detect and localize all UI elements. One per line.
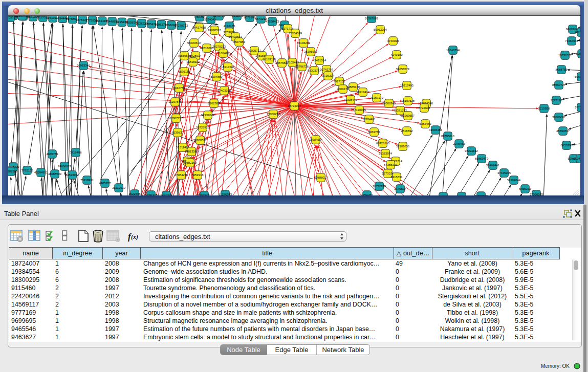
svg-text:47816686: 47816686	[200, 47, 214, 50]
svg-text:8106422: 8106422	[217, 52, 229, 55]
svg-text:8077999: 8077999	[244, 16, 256, 19]
svg-text:13704481: 13704481	[362, 118, 376, 121]
svg-text:98231132: 98231132	[465, 149, 478, 152]
svg-text:15300273: 15300273	[267, 113, 280, 116]
svg-text:39219319: 39219319	[112, 186, 125, 189]
svg-text:85863473: 85863473	[475, 157, 489, 160]
svg-text:5382463: 5382463	[420, 122, 432, 125]
svg-text:20953346: 20953346	[77, 64, 91, 67]
svg-text:23209423: 23209423	[15, 16, 29, 17]
svg-text:8053918: 8053918	[192, 173, 204, 177]
svg-text:56020613: 56020613	[187, 41, 201, 45]
svg-text:43046464: 43046464	[429, 128, 443, 132]
svg-text:93303777: 93303777	[308, 69, 321, 72]
svg-text:38609087: 38609087	[552, 116, 565, 119]
svg-text:41568532: 41568532	[455, 195, 468, 195]
svg-text:85146293: 85146293	[297, 41, 311, 45]
svg-text:81286543: 81286543	[219, 193, 232, 195]
svg-text:6855396: 6855396	[561, 144, 573, 147]
svg-text:24508349: 24508349	[382, 102, 396, 105]
svg-text:17270733: 17270733	[175, 24, 188, 27]
svg-text:4240180: 4240180	[391, 53, 403, 56]
svg-text:38195995: 38195995	[304, 50, 318, 53]
svg-text:1841248: 1841248	[161, 194, 173, 195]
svg-text:60888017: 60888017	[314, 176, 328, 179]
svg-text:6539837: 6539837	[172, 131, 184, 134]
svg-text:2375453: 2375453	[453, 142, 466, 145]
svg-text:8315831: 8315831	[391, 176, 403, 179]
svg-text:26726926: 26726926	[196, 126, 210, 129]
svg-text:1954280: 1954280	[361, 193, 374, 195]
svg-text:27105448: 27105448	[286, 61, 299, 64]
svg-text:48250360: 48250360	[575, 31, 580, 34]
svg-text:52462441: 52462441	[486, 164, 499, 167]
svg-text:5453786: 5453786	[368, 130, 381, 134]
svg-text:2818692: 2818692	[401, 129, 413, 133]
svg-text:45594951: 45594951	[34, 171, 48, 174]
svg-text:3607983: 3607983	[233, 40, 246, 43]
svg-text:5428914: 5428914	[190, 54, 202, 57]
svg-text:23796726: 23796726	[295, 65, 309, 68]
svg-text:11297845: 11297845	[168, 100, 182, 103]
svg-text:52101056: 52101056	[396, 145, 410, 148]
svg-text:84437458: 84437458	[192, 26, 206, 29]
svg-text:8722606: 8722606	[419, 106, 431, 110]
svg-text:49682169: 49682169	[183, 161, 197, 164]
svg-text:84593961: 84593961	[66, 173, 79, 177]
svg-text:4185957: 4185957	[99, 182, 111, 185]
svg-text:50962024: 50962024	[374, 28, 387, 31]
svg-text:2262382: 2262382	[208, 102, 220, 105]
svg-text:81969657: 81969657	[401, 114, 415, 117]
svg-text:(x): (x)	[131, 233, 138, 240]
svg-text:54058573: 54058573	[396, 68, 410, 71]
svg-text:2229110: 2229110	[551, 99, 562, 102]
svg-text:18724007: 18724007	[288, 104, 301, 107]
svg-text:43308443: 43308443	[344, 98, 358, 101]
svg-text:3215958: 3215958	[538, 107, 551, 110]
svg-text:5171761: 5171761	[213, 16, 225, 17]
svg-text:88183110: 88183110	[263, 58, 276, 61]
svg-text:6596150: 6596150	[179, 70, 191, 73]
svg-text:2022698: 2022698	[129, 192, 141, 195]
svg-text:70211891: 70211891	[230, 16, 244, 17]
svg-text:99913412: 99913412	[356, 91, 369, 94]
svg-text:85563727: 85563727	[552, 83, 565, 86]
svg-text:11049999: 11049999	[574, 157, 580, 160]
svg-text:87388337: 87388337	[384, 163, 397, 166]
svg-text:4740036: 4740036	[387, 39, 400, 42]
svg-text:7917152: 7917152	[334, 80, 345, 83]
svg-text:27084279: 27084279	[175, 173, 188, 177]
svg-text:97775215: 97775215	[575, 106, 580, 109]
svg-text:19317495: 19317495	[400, 84, 414, 87]
svg-text:73993471: 73993471	[198, 194, 211, 195]
svg-text:89795010: 89795010	[441, 135, 455, 138]
svg-text:50603163: 50603163	[575, 75, 580, 78]
svg-text:20752378: 20752378	[373, 185, 386, 188]
svg-text:75319931: 75319931	[80, 179, 94, 182]
svg-text:75569635: 75569635	[178, 54, 191, 57]
svg-text:64813568: 64813568	[185, 150, 199, 153]
svg-text:30743797: 30743797	[320, 68, 333, 71]
svg-text:31367172: 31367172	[370, 96, 383, 99]
svg-text:52091325: 52091325	[144, 193, 158, 195]
svg-text:48285503: 48285503	[48, 172, 62, 176]
svg-text:37415205: 37415205	[497, 171, 511, 174]
svg-text:54585178: 54585178	[346, 85, 360, 89]
svg-text:91363974: 91363974	[379, 152, 393, 155]
svg-text:50308572: 50308572	[193, 139, 207, 142]
svg-text:27566185: 27566185	[530, 193, 543, 195]
svg-text:26090908: 26090908	[474, 194, 488, 195]
svg-text:67887757: 67887757	[169, 117, 183, 120]
svg-text:5456272: 5456272	[519, 187, 531, 190]
svg-text:52133044: 52133044	[201, 114, 215, 117]
svg-text:15354599: 15354599	[289, 32, 302, 35]
svg-text:5394880: 5394880	[211, 75, 223, 78]
svg-text:8688755: 8688755	[556, 68, 568, 71]
svg-text:19121552: 19121552	[437, 195, 450, 195]
svg-text:7818496: 7818496	[70, 151, 82, 154]
svg-text:3726327: 3726327	[322, 74, 334, 77]
svg-text:52169044: 52169044	[507, 179, 521, 182]
svg-text:99038526: 99038526	[208, 29, 222, 32]
svg-text:8351517: 8351517	[576, 52, 580, 55]
svg-text:43491314: 43491314	[313, 59, 326, 62]
